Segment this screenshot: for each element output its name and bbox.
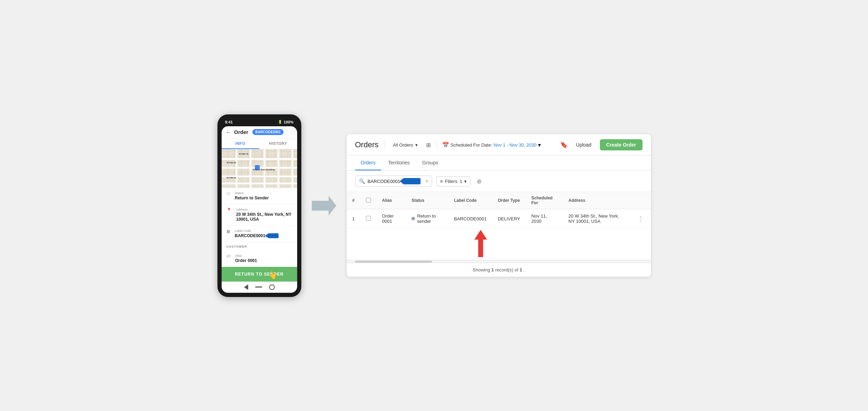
header-divider-2 — [436, 141, 437, 149]
footer-total: 1 — [519, 267, 522, 272]
col-label-code: Label Code — [449, 192, 492, 209]
alias-label: Alias — [235, 254, 287, 257]
svg-marker-0 — [312, 196, 336, 215]
footer-records: record(s) of — [495, 267, 518, 272]
alias-icon: 🏷 — [227, 254, 230, 258]
row-alias: Order 0001 — [376, 209, 406, 228]
battery-icon: 🔋 — [278, 120, 282, 124]
address-value: 20 W 34th St., New York, NY 10001, USA — [236, 212, 292, 222]
all-orders-dropdown[interactable]: All Orders ▾ — [390, 141, 421, 149]
barcode-icon: ▦ — [227, 229, 230, 234]
date-chevron-icon: ▾ — [538, 142, 541, 148]
grid-icon[interactable]: ⊞ — [426, 142, 431, 148]
map-street-label-2: W 34th St — [227, 162, 236, 164]
footer-showing: Showing — [473, 267, 490, 272]
tab-territories[interactable]: Territories — [382, 156, 415, 170]
phone-labelcode-row: ▦ Label Code BARCODE0001 — [222, 226, 297, 242]
row-checkbox-cell[interactable] — [360, 209, 376, 228]
phone-order-title: Order — [234, 129, 249, 135]
col-alias: Alias — [376, 192, 406, 209]
scheduled-label: Scheduled For Date: — [451, 142, 492, 148]
table-header-row: # Alias Status Label Code Order Type Sch… — [347, 192, 651, 209]
web-orders-title: Orders — [355, 140, 379, 149]
phone-back-button[interactable]: ← — [226, 129, 231, 135]
remove-filter-icon: ⊘ — [477, 178, 481, 184]
tab-orders[interactable]: Orders — [355, 156, 381, 170]
phone-address-row: 📍 Address 20 W 34th St., New York, NY 10… — [222, 204, 297, 226]
customer-heading: CUSTOMER — [227, 245, 292, 248]
search-blue-arrow-indicator — [403, 178, 421, 184]
row-more-icon[interactable]: ⋮ — [636, 215, 645, 222]
calendar-icon: 📅 — [442, 142, 449, 148]
cursor-hand-icon: 👆 — [268, 270, 278, 279]
row-more-actions[interactable]: ⋮ — [630, 209, 651, 228]
map-street-label-3: W 28th St — [227, 177, 236, 179]
bookmark-icon[interactable]: 🔖 — [560, 141, 568, 149]
date-range[interactable]: Nov 1 - Nov 30, 2030 — [494, 142, 537, 148]
footer-period: . — [523, 267, 525, 272]
select-all-checkbox[interactable] — [366, 198, 371, 203]
chevron-down-icon: ▾ — [415, 142, 418, 148]
phone-status-row: ⬡ Status Return to Sender — [222, 188, 297, 204]
phone-tab-info[interactable]: INFO — [222, 139, 259, 149]
search-icon: 🔍 — [359, 178, 365, 184]
row-address: 20 W 34th St., New York, NY 10001, USA — [563, 209, 630, 228]
row-status: Return to sender — [406, 209, 449, 228]
remove-filter-button[interactable]: ⊘ — [475, 176, 483, 187]
date-filter[interactable]: 📅 Scheduled For Date: Nov 1 - Nov 30, 20… — [442, 142, 541, 148]
horizontal-scrollbar[interactable] — [347, 260, 651, 263]
annotation-area — [347, 228, 651, 260]
map-street-label-1: W 36th St — [239, 153, 249, 155]
red-arrow-head — [474, 230, 487, 240]
web-tabs: Orders Territories Groups — [347, 156, 651, 171]
nav-back-icon[interactable] — [244, 284, 248, 290]
web-panel: Orders All Orders ▾ ⊞ 📅 Scheduled For Da… — [347, 134, 651, 277]
col-number: # — [347, 192, 360, 209]
create-order-button[interactable]: Create Order — [600, 139, 643, 150]
phone-nav-bar — [222, 282, 297, 293]
map-building-label: Empire State Building — [253, 169, 275, 171]
col-order-type: Order Type — [492, 192, 526, 209]
orders-table-container: # Alias Status Label Code Order Type Sch… — [347, 192, 651, 228]
return-to-sender-button[interactable]: RETURN TO SENDER 👆 — [222, 267, 297, 282]
col-scheduled-for: Scheduled For — [526, 192, 563, 209]
filter-label: Filters: 1 — [445, 179, 462, 184]
row-scheduled-for: Nov 11, 2030 — [526, 209, 563, 228]
search-box[interactable]: 🔍 BARCODE0001 × — [355, 176, 432, 187]
labelcode-value: BARCODE0001 — [235, 233, 265, 238]
labelcode-label: Label Code — [235, 229, 292, 233]
search-value: BARCODE0001 — [368, 179, 400, 184]
phone-barcode-badge: BARCODE0001 — [252, 129, 284, 135]
row-number: 1 — [347, 209, 360, 228]
table-row: 1 Order 0001 Return to sender BARCODE000… — [347, 209, 651, 228]
tab-groups[interactable]: Groups — [417, 156, 444, 170]
col-actions — [630, 192, 651, 209]
col-status: Status — [406, 192, 449, 209]
phone-tab-history[interactable]: HISTORY — [259, 139, 297, 149]
status-indicator — [411, 217, 415, 220]
filter-chevron-icon: ▾ — [464, 179, 467, 184]
battery-level: 100% — [284, 120, 293, 124]
phone-mockup: 9:41 🔋 100% ← Order BARCODE0001 INFO HIS… — [217, 114, 301, 297]
search-clear-button[interactable]: × — [425, 178, 428, 184]
phone-blue-arrow — [268, 233, 279, 238]
web-footer: Showing 1 record(s) of 1 . — [347, 263, 651, 277]
filters-button[interactable]: ≡ Filters: 1 ▾ — [436, 176, 471, 186]
nav-recents-icon[interactable] — [269, 284, 275, 290]
col-address: Address — [563, 192, 630, 209]
status-icon: ⬡ — [227, 191, 230, 196]
phone-alias-row: 🏷 Alias Order 0001 — [227, 250, 292, 267]
row-order-type: DELIVERY — [492, 209, 526, 228]
header-divider — [384, 141, 385, 149]
footer-count: 1 — [492, 267, 494, 272]
all-orders-label: All Orders — [393, 142, 413, 148]
web-header: Orders All Orders ▾ ⊞ 📅 Scheduled For Da… — [347, 134, 651, 156]
red-arrow-annotation — [474, 230, 487, 257]
nav-home-icon[interactable] — [255, 286, 262, 288]
status-label: Status — [235, 191, 292, 195]
header-actions: 🔖 Upload Create Order — [560, 139, 643, 150]
upload-button[interactable]: Upload — [572, 140, 596, 150]
scrollbar-thumb[interactable] — [355, 261, 432, 263]
row-checkbox[interactable] — [366, 216, 371, 221]
col-checkbox[interactable] — [360, 192, 376, 209]
